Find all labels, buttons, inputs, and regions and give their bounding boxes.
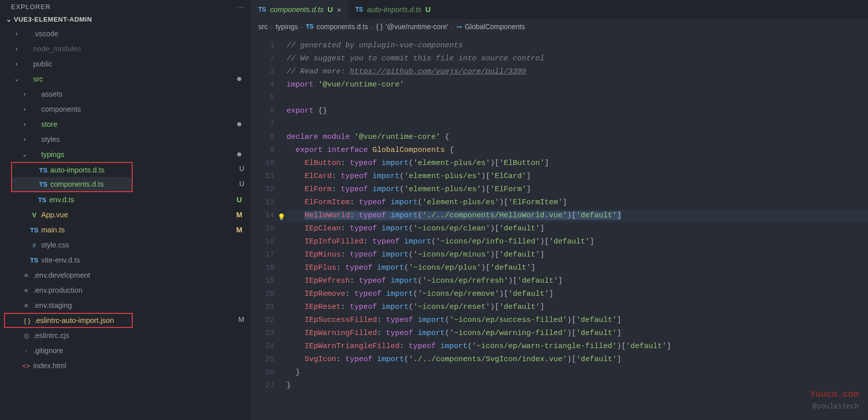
tree-item[interactable]: TSenv.d.tsU bbox=[0, 192, 251, 207]
tab-filename: auto-imports.d.ts bbox=[367, 6, 421, 14]
more-icon[interactable]: ··· bbox=[237, 3, 244, 11]
chevron-right-icon: › bbox=[371, 24, 373, 30]
line-number: 12 bbox=[251, 183, 274, 196]
tree-item-label: src bbox=[33, 75, 237, 83]
tree-item[interactable]: ≡.env.staging bbox=[0, 298, 251, 313]
code-line[interactable]: import '@vue/runtime-core' bbox=[286, 78, 868, 92]
code-line[interactable]: IEpReset: typeof import('~icons/ep/reset… bbox=[286, 301, 868, 314]
code-line[interactable]: ElCard: typeof import('element-plus/es')… bbox=[286, 170, 868, 183]
code-line[interactable]: } bbox=[286, 366, 868, 379]
vue-icon-icon: V bbox=[29, 211, 39, 219]
tree-item[interactable]: TScomponents.d.ts bbox=[11, 177, 133, 192]
tab-filename: components.d.ts bbox=[270, 6, 323, 14]
line-number: 20 bbox=[251, 288, 274, 301]
line-number: 21 bbox=[251, 301, 274, 314]
breadcrumb-item[interactable]: '@vue/runtime-core' bbox=[385, 23, 448, 31]
watermark: @youlaitech bbox=[813, 400, 859, 413]
code-content[interactable]: // generated by unplugin-vue-components/… bbox=[286, 34, 868, 420]
code-line[interactable]: IEpMinus: typeof import('~icons/ep/minus… bbox=[286, 248, 868, 262]
code-line[interactable]: export interface GlobalComponents { bbox=[286, 144, 868, 157]
lightbulb-icon[interactable]: 💡 bbox=[277, 211, 285, 224]
code-line[interactable] bbox=[286, 118, 868, 131]
code-line[interactable]: ElFormItem: typeof import('element-plus/… bbox=[286, 196, 868, 209]
suppress-icon-icon: ◦ bbox=[21, 347, 31, 355]
code-line[interactable]: export {} bbox=[286, 105, 868, 118]
tree-item[interactable]: ›assets bbox=[0, 87, 251, 102]
close-icon[interactable]: × bbox=[337, 6, 341, 14]
line-number: 25 bbox=[251, 353, 274, 366]
tree-item[interactable]: ◦.gitignore bbox=[0, 343, 251, 358]
ts-icon-icon: TS bbox=[38, 166, 48, 174]
git-status-badge: M bbox=[238, 315, 244, 323]
git-status-badge: U bbox=[239, 164, 244, 173]
breadcrumb-item[interactable]: GlobalComponents bbox=[465, 23, 525, 31]
code-line[interactable]: ElForm: typeof import('element-plus/es')… bbox=[286, 183, 868, 196]
breadcrumb-item[interactable]: src bbox=[258, 23, 268, 31]
tree-item[interactable]: ≡.env.production bbox=[0, 283, 251, 298]
code-line[interactable]: IEpSuccessFilled: typeof import('~icons/… bbox=[286, 314, 868, 327]
line-number: 9 bbox=[251, 144, 274, 157]
tree-item[interactable]: #style.css bbox=[0, 237, 251, 253]
editor-tab[interactable]: TScomponents.d.tsU× bbox=[251, 0, 348, 19]
tree-item[interactable]: ≡.env.development bbox=[0, 268, 251, 283]
code-line[interactable]: } bbox=[286, 379, 868, 392]
tree-item[interactable]: ›components bbox=[0, 102, 251, 117]
tree-item-label: .eslintrc.cjs bbox=[33, 331, 244, 340]
code-line[interactable] bbox=[286, 92, 868, 105]
editor-pane: TScomponents.d.tsU×TSauto-imports.d.tsU … bbox=[251, 0, 868, 420]
line-gutter: 1234567891011121314💡15161718192021222324… bbox=[251, 34, 286, 420]
line-number: 3 bbox=[251, 65, 274, 78]
git-status-badge: U bbox=[328, 6, 333, 14]
breadcrumb-item[interactable]: typings bbox=[275, 23, 298, 31]
chevron-right-icon: › bbox=[21, 136, 28, 143]
tree-item[interactable]: ›.vscode bbox=[0, 26, 251, 41]
interface-icon: ⊶ bbox=[456, 24, 462, 30]
code-line[interactable]: IEpRemove: typeof import('~icons/ep/remo… bbox=[286, 288, 868, 301]
code-line[interactable]: IEpWarningFilled: typeof import('~icons/… bbox=[286, 327, 868, 340]
tree-item[interactable]: VApp.vueM bbox=[0, 207, 251, 222]
code-line[interactable]: // generated by unplugin-vue-components bbox=[286, 39, 868, 52]
tree-item-label: style.css bbox=[41, 241, 244, 249]
code-line[interactable]: IEpPlus: typeof import('~icons/ep/plus')… bbox=[286, 262, 868, 275]
breadcrumb-item[interactable]: components.d.ts bbox=[317, 23, 368, 31]
chevron-right-icon: › bbox=[13, 45, 20, 52]
code-line[interactable]: declare module '@vue/runtime-core' { bbox=[286, 131, 868, 144]
line-number: 10 bbox=[251, 157, 274, 170]
tree-item[interactable]: ›styles bbox=[0, 132, 251, 147]
code-line[interactable]: IEpRefresh: typeof import('~icons/ep/ref… bbox=[286, 275, 868, 288]
chevron-right-icon: › bbox=[21, 106, 28, 113]
tree-item[interactable]: TSauto-imports.d.ts bbox=[11, 162, 133, 177]
code-line[interactable]: HelloWorld: typeof import('./../componen… bbox=[286, 209, 868, 222]
tree-item[interactable]: TSmain.tsM bbox=[0, 222, 251, 237]
tree-item[interactable]: ›public bbox=[0, 56, 251, 71]
breadcrumb[interactable]: src › typings › TS components.d.ts › { }… bbox=[251, 19, 868, 34]
tree-item[interactable]: ›node_modules bbox=[0, 41, 251, 56]
tree-item[interactable]: ◎.eslintrc.cjs bbox=[0, 328, 251, 343]
workspace-header[interactable]: ⌄ VUE3-ELEMENT-ADMIN bbox=[0, 14, 251, 25]
code-line[interactable]: // We suggest you to commit this file in… bbox=[286, 52, 868, 65]
line-number: 6 bbox=[251, 105, 274, 118]
line-number: 17 bbox=[251, 248, 274, 262]
code-line[interactable]: IEpClean: typeof import('~icons/ep/clean… bbox=[286, 222, 868, 235]
line-number: 8 bbox=[251, 131, 274, 144]
tree-item[interactable]: { }.eslintrc-auto-import.json bbox=[4, 313, 133, 328]
editor-tab[interactable]: TSauto-imports.d.tsU bbox=[348, 0, 438, 19]
code-line[interactable]: IEpWarnTriangleFilled: typeof import('~i… bbox=[286, 340, 868, 353]
tree-item[interactable]: ⌄typings bbox=[0, 147, 251, 162]
tree-item[interactable]: ›store bbox=[0, 117, 251, 132]
tree-item[interactable]: ⌄src bbox=[0, 71, 251, 87]
tree-item-label: components.d.ts bbox=[50, 180, 125, 188]
code-line[interactable]: // Read more: https://github.com/vuejs/c… bbox=[286, 65, 868, 78]
gear-icon-icon: ◎ bbox=[21, 332, 31, 340]
code-line[interactable]: IEpInfoFilled: typeof import('~icons/ep/… bbox=[286, 235, 868, 248]
line-number: 26 bbox=[251, 366, 274, 379]
tree-item[interactable]: TSvite-env.d.ts bbox=[0, 253, 251, 268]
tree-item[interactable]: <>index.html bbox=[0, 358, 251, 373]
tree-item-label: index.html bbox=[33, 362, 244, 370]
modified-dot-icon bbox=[237, 77, 241, 81]
tree-item-label: typings bbox=[41, 150, 237, 158]
code-line[interactable]: SvgIcon: typeof import('./../components/… bbox=[286, 353, 868, 366]
chevron-down-icon: ⌄ bbox=[13, 75, 20, 82]
code-editor[interactable]: 1234567891011121314💡15161718192021222324… bbox=[251, 34, 868, 420]
code-line[interactable]: ElButton: typeof import('element-plus/es… bbox=[286, 157, 868, 170]
